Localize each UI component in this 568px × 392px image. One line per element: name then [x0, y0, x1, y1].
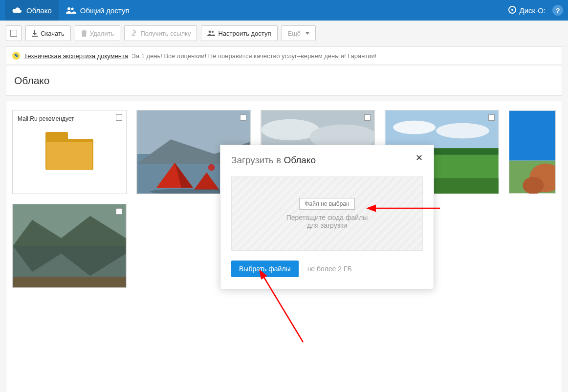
tile-checkbox[interactable]: [116, 114, 122, 121]
getlink-button[interactable]: Получить ссылку: [124, 25, 197, 41]
upload-limit-note: не более 2 ГБ: [307, 265, 352, 273]
upload-modal: Загрузить в Облако ✕ Файл не выбран Пере…: [220, 145, 434, 289]
download-label: Скачать: [41, 30, 65, 37]
disko-link[interactable]: Диск-О:: [508, 5, 546, 16]
svg-point-28: [523, 177, 544, 194]
nav-cloud-label: Облако: [26, 6, 52, 15]
tile-checkbox[interactable]: [364, 114, 371, 121]
select-files-button[interactable]: Выбрать файлы: [231, 261, 299, 277]
recommend-tile[interactable]: Mail.Ru рекомендует: [12, 110, 127, 194]
nav-shared-label: Общий доступ: [80, 6, 130, 15]
getlink-label: Получить ссылку: [140, 30, 191, 37]
topbar: Облако Общий доступ Диск-О: ?: [0, 0, 568, 21]
svg-rect-33: [13, 277, 126, 287]
tile-checkbox[interactable]: [488, 114, 495, 121]
modal-close-button[interactable]: ✕: [415, 155, 423, 161]
file-status-chip: Файл не выбран: [299, 198, 354, 210]
folder-icon: [45, 132, 93, 170]
recommend-label: Mail.Ru рекомендует: [18, 115, 121, 122]
trash-icon: [81, 30, 87, 37]
dropzone-line2: для загрузки: [286, 221, 368, 229]
download-icon: [32, 30, 38, 37]
people-small-icon: [207, 30, 215, 36]
photo-thumb: [509, 110, 555, 194]
delete-button[interactable]: Удалить: [75, 25, 121, 41]
svg-point-1: [71, 7, 73, 10]
nav-cloud[interactable]: Облако: [5, 0, 59, 21]
photo-tile-4[interactable]: [509, 110, 556, 194]
ad-link[interactable]: Техническая экспертиза документа: [24, 52, 128, 60]
delete-label: Удалить: [90, 30, 114, 37]
page-title: Облако: [6, 66, 562, 96]
ad-banner: ✎ Техническая экспертиза документа За 1 …: [6, 46, 562, 65]
chevron-down-icon: [306, 32, 309, 35]
modal-title-prefix: Загрузить в: [231, 155, 284, 165]
dropzone-hint: Перетащите сюда файлы для загрузки: [286, 214, 368, 229]
svg-point-12: [208, 164, 215, 171]
svg-point-0: [67, 7, 70, 10]
cloud-icon: [12, 6, 22, 14]
disk-icon: [508, 5, 517, 16]
more-button[interactable]: Ещё: [282, 25, 316, 41]
dropzone-line1: Перетащите сюда файлы: [286, 214, 368, 221]
ad-text: За 1 день! Все лицензии! Не понравится к…: [132, 52, 376, 60]
tile-checkbox[interactable]: [116, 208, 122, 215]
upload-dropzone[interactable]: Файл не выбран Перетащите сюда файлы для…: [231, 176, 423, 251]
toolbar: Скачать Удалить Получить ссылку Настроит…: [0, 21, 568, 46]
nav-shared[interactable]: Общий доступ: [59, 0, 136, 21]
checkbox-icon: [10, 30, 17, 37]
people-icon: [66, 6, 76, 14]
disko-label: Диск-О:: [520, 6, 546, 15]
svg-point-4: [209, 31, 211, 33]
photo-thumb: [13, 204, 126, 287]
svg-point-20: [393, 121, 436, 134]
download-button[interactable]: Скачать: [25, 25, 71, 41]
help-button[interactable]: ?: [552, 5, 563, 16]
ad-badge-icon: ✎: [12, 52, 20, 60]
help-label: ?: [555, 6, 560, 15]
access-label: Настроить доступ: [218, 30, 271, 37]
select-all-checkbox[interactable]: [6, 25, 22, 41]
svg-rect-25: [509, 111, 555, 161]
svg-point-3: [511, 9, 513, 11]
link-icon: [131, 30, 137, 37]
svg-point-21: [436, 123, 489, 139]
svg-point-5: [212, 31, 214, 33]
tile-checkbox[interactable]: [240, 114, 246, 121]
more-label: Ещё: [288, 30, 301, 37]
photo-tile-5[interactable]: [12, 204, 127, 288]
modal-title-target: Облако: [284, 155, 316, 165]
modal-title: Загрузить в Облако: [231, 155, 316, 166]
access-button[interactable]: Настроить доступ: [201, 25, 277, 41]
